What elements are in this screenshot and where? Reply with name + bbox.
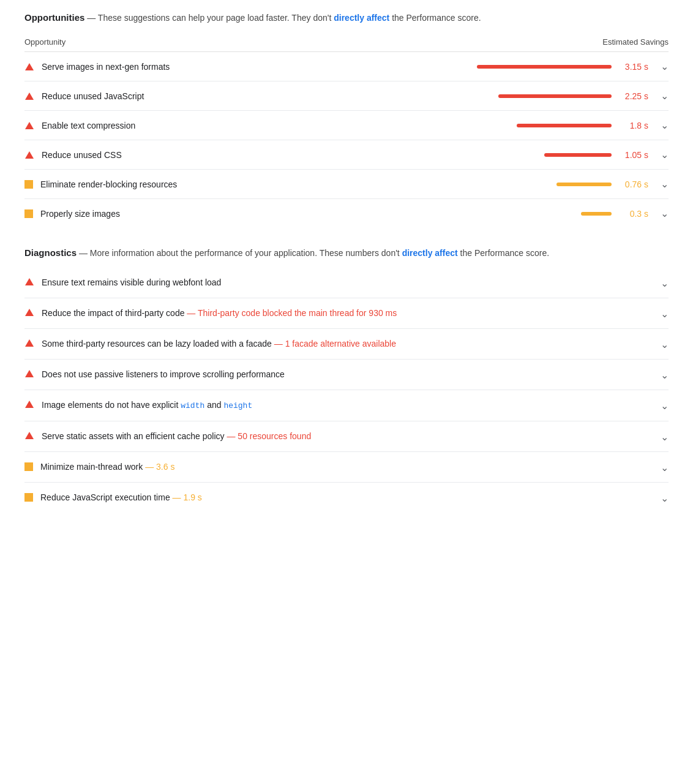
opportunity-label: Serve images in next-gen formats bbox=[42, 62, 477, 72]
opportunity-label: Reduce unused CSS bbox=[42, 150, 497, 160]
chevron-icon: ⌄ bbox=[661, 61, 669, 72]
diagnostics-header: Diagnostics — More information about the… bbox=[24, 247, 669, 258]
svg-marker-2 bbox=[25, 122, 34, 129]
chevron-icon: ⌄ bbox=[661, 339, 669, 350]
svg-marker-1 bbox=[25, 92, 34, 100]
opportunity-row[interactable]: Reduce unused JavaScript 2.25 s ⌄ bbox=[24, 81, 669, 111]
chevron-icon: ⌄ bbox=[661, 208, 669, 219]
diag-label-container: Reduce the impact of third-party code — … bbox=[42, 307, 654, 320]
chevron-icon: ⌄ bbox=[661, 400, 669, 412]
savings-value: 0.3 s bbox=[618, 209, 648, 219]
opportunity-label: Eliminate render-blocking resources bbox=[40, 179, 497, 189]
savings-bar bbox=[581, 212, 612, 216]
chevron-icon: ⌄ bbox=[661, 119, 669, 131]
svg-marker-7 bbox=[25, 370, 34, 377]
orange-square-icon bbox=[24, 462, 33, 471]
svg-marker-5 bbox=[25, 309, 34, 316]
svg-marker-3 bbox=[25, 151, 34, 159]
diagnostic-row[interactable]: Minimize main-thread work — 3.6 s ⌄ bbox=[24, 452, 669, 483]
svg-marker-6 bbox=[25, 339, 34, 347]
savings-area: 2.25 s ⌄ bbox=[497, 90, 669, 102]
chevron-icon: ⌄ bbox=[661, 369, 669, 381]
opportunity-row[interactable]: Eliminate render-blocking resources 0.76… bbox=[24, 170, 669, 199]
main-container: Opportunities — These suggestions can he… bbox=[0, 0, 693, 525]
diag-extra: — 50 resources found bbox=[227, 431, 311, 441]
diag-label: Image elements do not have explicit widt… bbox=[42, 400, 252, 410]
savings-area: 1.05 s ⌄ bbox=[497, 149, 669, 160]
red-triangle-icon bbox=[24, 400, 34, 409]
savings-bar bbox=[556, 183, 612, 186]
chevron-icon: ⌄ bbox=[661, 90, 669, 102]
diagnostic-row[interactable]: Image elements do not have explicit widt… bbox=[24, 390, 669, 421]
diag-label: Reduce JavaScript execution time — 1.9 s bbox=[40, 492, 202, 502]
diag-label: Minimize main-thread work — 3.6 s bbox=[40, 462, 174, 472]
savings-area: 1.8 s ⌄ bbox=[497, 119, 669, 131]
svg-marker-4 bbox=[25, 278, 34, 285]
diagnostics-title: Diagnostics bbox=[24, 247, 77, 258]
opportunity-label: Enable text compression bbox=[42, 121, 497, 130]
diag-label-container: Does not use passive listeners to improv… bbox=[42, 368, 654, 381]
chevron-icon: ⌄ bbox=[661, 308, 669, 320]
diagnostics-link[interactable]: directly affect bbox=[402, 248, 458, 258]
col-savings: Estimated Savings bbox=[602, 37, 669, 47]
savings-area: 0.3 s ⌄ bbox=[497, 208, 669, 219]
diagnostic-row[interactable]: Reduce the impact of third-party code — … bbox=[24, 298, 669, 329]
opportunities-table-header: Opportunity Estimated Savings bbox=[24, 32, 669, 52]
chevron-icon: ⌄ bbox=[661, 178, 669, 190]
diagnostic-row[interactable]: Ensure text remains visible during webfo… bbox=[24, 268, 669, 298]
opportunity-row[interactable]: Properly size images 0.3 s ⌄ bbox=[24, 199, 669, 228]
opportunities-header: Opportunities — These suggestions can he… bbox=[24, 12, 669, 23]
diag-label: Ensure text remains visible during webfo… bbox=[42, 277, 221, 287]
diag-extra: — 3.6 s bbox=[145, 462, 174, 472]
savings-bar bbox=[544, 153, 612, 157]
opportunities-link[interactable]: directly affect bbox=[334, 13, 389, 23]
red-triangle-icon bbox=[24, 277, 34, 286]
diag-label: Reduce the impact of third-party code — … bbox=[42, 308, 397, 318]
opportunity-row[interactable]: Reduce unused CSS 1.05 s ⌄ bbox=[24, 140, 669, 170]
red-triangle-icon bbox=[24, 339, 34, 347]
savings-area: 0.76 s ⌄ bbox=[497, 178, 669, 190]
savings-value: 1.8 s bbox=[618, 121, 648, 130]
diag-label-container: Ensure text remains visible during webfo… bbox=[42, 276, 654, 289]
diag-extra: — Third-party code blocked the main thre… bbox=[187, 308, 397, 318]
diagnostics-desc: — More information about the performance… bbox=[79, 248, 549, 258]
savings-value: 0.76 s bbox=[618, 179, 648, 189]
orange-square-icon bbox=[24, 492, 33, 502]
opportunities-title: Opportunities bbox=[24, 12, 84, 23]
savings-area: 3.15 s ⌄ bbox=[477, 61, 669, 72]
chevron-icon: ⌄ bbox=[661, 149, 669, 160]
red-triangle-icon bbox=[24, 121, 34, 130]
diag-label-container: Some third-party resources can be lazy l… bbox=[42, 337, 654, 350]
opportunity-label: Properly size images bbox=[40, 209, 497, 219]
opportunity-row[interactable]: Serve images in next-gen formats 3.15 s … bbox=[24, 52, 669, 81]
savings-value: 2.25 s bbox=[618, 91, 648, 101]
diag-extra: — 1 facade alternative available bbox=[274, 339, 396, 349]
diagnostic-row[interactable]: Reduce JavaScript execution time — 1.9 s… bbox=[24, 483, 669, 513]
orange-square-icon bbox=[24, 209, 33, 218]
red-triangle-icon bbox=[24, 369, 34, 378]
savings-bar bbox=[477, 65, 612, 69]
red-triangle-icon bbox=[24, 151, 34, 159]
opportunity-row[interactable]: Enable text compression 1.8 s ⌄ bbox=[24, 111, 669, 140]
savings-bar bbox=[498, 94, 612, 98]
chevron-icon: ⌄ bbox=[661, 277, 669, 289]
diagnostic-row[interactable]: Serve static assets with an efficient ca… bbox=[24, 421, 669, 452]
diagnostic-row[interactable]: Does not use passive listeners to improv… bbox=[24, 360, 669, 390]
diag-label-container: Reduce JavaScript execution time — 1.9 s bbox=[40, 491, 654, 504]
diag-label: Does not use passive listeners to improv… bbox=[42, 369, 285, 379]
savings-value: 1.05 s bbox=[618, 150, 648, 160]
red-triangle-icon bbox=[24, 92, 34, 100]
opportunities-list: Serve images in next-gen formats 3.15 s … bbox=[24, 52, 669, 228]
orange-square-icon bbox=[24, 180, 33, 189]
diag-label-container: Minimize main-thread work — 3.6 s bbox=[40, 461, 654, 473]
diag-label-container: Serve static assets with an efficient ca… bbox=[42, 430, 654, 443]
savings-value: 3.15 s bbox=[618, 62, 648, 72]
diag-label: Some third-party resources can be lazy l… bbox=[42, 339, 396, 349]
diagnostic-row[interactable]: Some third-party resources can be lazy l… bbox=[24, 329, 669, 360]
red-triangle-icon bbox=[24, 62, 34, 71]
col-opportunity: Opportunity bbox=[24, 37, 66, 47]
red-triangle-icon bbox=[24, 431, 34, 440]
opportunity-label: Reduce unused JavaScript bbox=[42, 91, 497, 101]
opportunities-desc: — These suggestions can help your page l… bbox=[87, 13, 481, 23]
svg-marker-8 bbox=[25, 401, 34, 408]
